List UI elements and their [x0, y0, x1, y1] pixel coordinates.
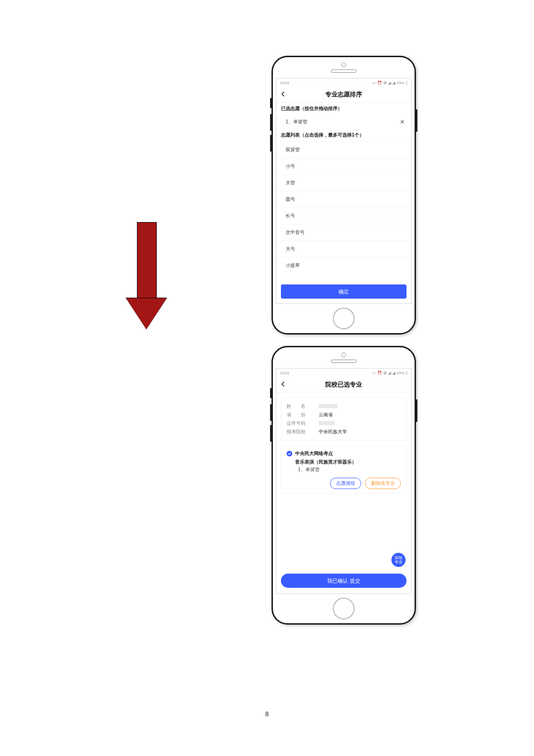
list-item[interactable]: 双簧管 — [276, 141, 411, 158]
info-card: 姓 名 省 份 云南省 证件号码 报考院校 中央民族大学 — [281, 397, 407, 441]
phone-mock-1: 14:01 ▭ ⏰ ✿ ◢ ◢ 43% ▯ 专业志愿排序 已选志愿（按住并拖动排… — [271, 56, 416, 335]
remove-icon[interactable]: ✕ — [400, 119, 405, 125]
add-major-fab[interactable]: 添加 专业 — [391, 553, 406, 567]
list-item[interactable]: 小提琴 — [276, 257, 411, 274]
battery-icon: ▯ — [406, 81, 407, 85]
camera-icon — [341, 352, 346, 357]
battery-icon: ▯ — [406, 371, 407, 375]
name-value — [319, 403, 338, 410]
province-label: 省 份 — [287, 412, 313, 418]
page-number: 8 — [0, 711, 534, 718]
id-label: 证件号码 — [287, 420, 313, 427]
signal-icon-2: ◢ — [392, 81, 395, 85]
list-item[interactable]: 大管 — [276, 174, 411, 191]
phone-top — [273, 347, 415, 368]
major-choice: 1、单簧管 — [298, 466, 401, 473]
screen-1: 14:01 ▭ ⏰ ✿ ◢ ◢ 43% ▯ 专业志愿排序 已选志愿（按住并拖动排… — [276, 78, 412, 304]
status-time: 14:01 — [280, 81, 289, 85]
school-label: 报考院校 — [287, 429, 313, 435]
confirm-button[interactable]: 确定 — [281, 284, 407, 299]
nfc-icon: ▭ — [372, 371, 376, 375]
gear-icon: ✿ — [383, 371, 387, 375]
selected-header: 已选志愿（按住并拖动排序） — [276, 103, 411, 115]
speaker-icon — [331, 360, 356, 363]
phone-bottom — [273, 594, 415, 623]
battery-text: 43% — [397, 81, 404, 85]
phone-top — [273, 57, 415, 78]
list-header: 志愿列表（点击选择，最多可选择1个） — [276, 129, 411, 141]
list-item[interactable]: 小号 — [276, 158, 411, 174]
down-arrow — [126, 222, 167, 330]
major-card: 中央民大网络考点 音乐表演（民族英才班器乐） 1、单簧管 志愿填报 删除该专业 — [281, 446, 407, 494]
fill-button[interactable]: 志愿填报 — [330, 478, 361, 489]
name-label: 姓 名 — [287, 403, 313, 410]
major-name: 音乐表演（民族英才班器乐） — [295, 459, 401, 465]
nav-bar: 专业志愿排序 — [276, 87, 411, 103]
list-item[interactable]: 大号 — [276, 241, 411, 257]
phone-bottom — [273, 304, 415, 333]
signal-icon: ◢ — [388, 371, 391, 375]
status-bar: 14:01 ▭ ⏰ ✿ ◢ ◢ 43% ▯ — [276, 369, 411, 377]
home-button-icon[interactable] — [333, 308, 355, 329]
page-title: 院校已选专业 — [325, 380, 362, 389]
gear-icon: ✿ — [383, 81, 387, 85]
speaker-icon — [331, 69, 356, 73]
phone-mock-2: 14:01 ▭ ⏰ ✿ ◢ ◢ 43% ▯ 院校已选专业 — [271, 346, 416, 625]
submit-button[interactable]: 我已确认 提交 — [281, 574, 407, 588]
selected-item[interactable]: 1、单簧管 ✕ — [276, 115, 411, 129]
province-value: 云南省 — [319, 412, 333, 418]
back-icon[interactable] — [280, 91, 287, 99]
school-value: 中央民族大学 — [319, 429, 347, 435]
list-item[interactable]: 长号 — [276, 207, 411, 224]
camera-icon — [341, 62, 346, 67]
exam-site: 中央民大网络考点 — [295, 450, 333, 457]
selected-item-label: 1、单簧管 — [286, 119, 307, 125]
status-bar: 14:01 ▭ ⏰ ✿ ◢ ◢ 43% ▯ — [276, 78, 411, 87]
alarm-icon: ⏰ — [377, 371, 382, 375]
home-button-icon[interactable] — [333, 598, 355, 619]
signal-icon-2: ◢ — [392, 371, 395, 375]
screen-2: 14:01 ▭ ⏰ ✿ ◢ ◢ 43% ▯ 院校已选专业 — [276, 368, 412, 594]
signal-icon: ◢ — [388, 81, 391, 85]
page-title: 专业志愿排序 — [325, 90, 362, 99]
delete-button[interactable]: 删除该专业 — [365, 478, 401, 489]
id-value — [319, 420, 335, 427]
list-item[interactable]: 圆号 — [276, 191, 411, 207]
list-item[interactable]: 次中音号 — [276, 224, 411, 241]
battery-text: 43% — [397, 371, 404, 375]
fab-label: 添加 专业 — [395, 556, 402, 564]
back-icon[interactable] — [280, 381, 287, 389]
nfc-icon: ▭ — [372, 81, 376, 85]
status-time: 14:01 — [280, 371, 289, 375]
nav-bar: 院校已选专业 — [276, 377, 411, 393]
check-icon — [287, 451, 292, 456]
alarm-icon: ⏰ — [377, 81, 382, 85]
